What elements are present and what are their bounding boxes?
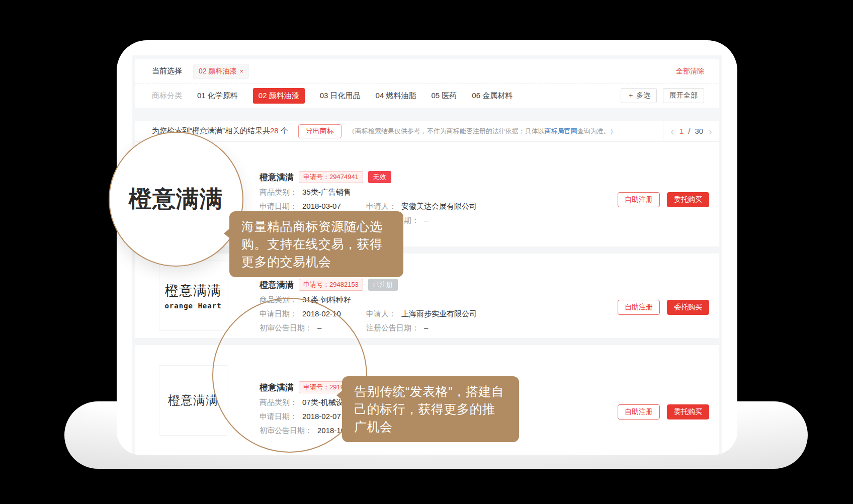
- reg-publication-label: 注册公告日期：: [366, 323, 419, 333]
- current-selection-row: 当前选择 02 颜料油漆 × 全部清除: [135, 59, 719, 83]
- category-item-04[interactable]: 04 燃料油脂: [376, 91, 416, 101]
- application-no-tag: 申请号：29474941: [299, 171, 363, 183]
- category-row-label: 商标分类: [152, 91, 182, 101]
- application-no-value: 29474941: [329, 173, 359, 181]
- category-value: 35类-广告销售: [302, 187, 351, 197]
- apply-date-label: 申请日期：: [260, 201, 297, 211]
- applicant-label: 申请人：: [366, 309, 396, 319]
- entrust-buy-button[interactable]: 委托购买: [667, 192, 709, 207]
- row-2-actions: 自助注册 委托购买: [618, 300, 709, 315]
- results-disclaimer: （商标检索结果仅供参考，不作为商标能否注册的法律依据；具体以商标局官网查询为准。…: [349, 127, 617, 136]
- application-no-tag: 申请号：29482153: [299, 279, 363, 291]
- expand-all-button[interactable]: 展开全部: [663, 88, 704, 103]
- apply-date-value: 2018-03-07: [302, 201, 341, 211]
- results-count: 28: [270, 126, 279, 135]
- category-label: 商品类别：: [260, 187, 297, 197]
- row-2-title-line: 橙意满满 申请号：29482153 已注册: [260, 279, 568, 291]
- self-register-button[interactable]: 自助注册: [618, 404, 660, 419]
- selected-filter-tag[interactable]: 02 颜料油漆 ×: [193, 64, 249, 79]
- entrust-buy-button[interactable]: 委托购买: [667, 404, 709, 419]
- reg-publication-value: –: [424, 215, 428, 225]
- reg-publication-value: –: [424, 323, 428, 333]
- application-no-value: 29482153: [329, 281, 359, 288]
- row-1-actions: 自助注册 委托购买: [618, 192, 709, 207]
- trademark-office-link[interactable]: 商标局官网: [545, 127, 577, 135]
- thumbnail-subtext: orange Heart: [164, 302, 221, 310]
- field-line: 申请日期：2018-03-07 申请人：安徽美达会展有限公司: [260, 201, 568, 211]
- filter-panel: 当前选择 02 颜料油漆 × 全部清除 商标分类 01 化学原料 02 颜料油漆…: [135, 59, 719, 108]
- entrust-buy-button[interactable]: 委托购买: [667, 300, 709, 315]
- category-item-03[interactable]: 03 日化用品: [320, 91, 361, 101]
- applicant-value: 上海雨步实业有限公司: [401, 309, 477, 319]
- next-page-icon[interactable]: ›: [708, 126, 713, 136]
- magnifier-circle-1: 橙意满满: [109, 132, 243, 267]
- row-3-actions: 自助注册 委托购买: [618, 404, 709, 419]
- category-item-02-selected[interactable]: 02 颜料油漆: [253, 88, 305, 104]
- category-item-06[interactable]: 06 金属材料: [472, 91, 513, 101]
- self-register-button[interactable]: 自助注册: [618, 192, 660, 207]
- page-divider: /: [688, 127, 690, 135]
- status-badge: 无效: [368, 171, 391, 183]
- clear-all-button[interactable]: 全部清除: [676, 67, 704, 76]
- self-register-button[interactable]: 自助注册: [618, 300, 660, 315]
- remove-filter-icon[interactable]: ×: [239, 67, 243, 75]
- current-selection-label: 当前选择: [152, 66, 182, 76]
- screen: 当前选择 02 颜料油漆 × 全部清除 商标分类 01 化学原料 02 颜料油漆…: [0, 0, 853, 504]
- application-no-label: 申请号：: [303, 173, 329, 181]
- applicant-label: 申请人：: [366, 201, 396, 211]
- result-row-2: 橙意满满 orange Heart 橙意满满 申请号：29482153 已注册 …: [135, 254, 719, 338]
- category-row: 商标分类 01 化学原料 02 颜料油漆 03 日化用品 04 燃料油脂 05 …: [135, 83, 719, 108]
- prev-page-icon[interactable]: ‹: [669, 126, 675, 136]
- field-line: 商品类别：35类-广告销售: [260, 187, 568, 197]
- row-1-title-line: 橙意满满 申请号：29474941 无效: [260, 171, 568, 183]
- category-item-01[interactable]: 01 化学原料: [197, 91, 238, 101]
- disclaimer-text-post: 查询为准。）: [577, 127, 617, 135]
- category-item-05[interactable]: 05 医药: [431, 91, 457, 101]
- selected-filter-tag-text: 02 颜料油漆: [199, 67, 236, 76]
- trademark-thumbnail-2: 橙意满满 orange Heart: [159, 261, 227, 331]
- callout-tooltip-promotion: 告别传统“发表格”，搭建自己的标行，获得更多的推广机会: [342, 376, 519, 442]
- callout-tooltip-marketplace: 海量精品商标资源随心选购。支持在线交易，获得更多的交易机会: [229, 211, 403, 277]
- thumbnail-text: 橙意满满: [165, 282, 221, 300]
- application-no-label: 申请号：: [303, 281, 329, 288]
- thumbnail-text: 橙意满满: [168, 392, 218, 408]
- filter-buttons: ＋ 多选 展开全部: [621, 88, 704, 103]
- magnified-trademark-text: 橙意满满: [129, 184, 223, 215]
- trademark-name[interactable]: 橙意满满: [260, 279, 294, 291]
- total-pages: 30: [695, 127, 703, 135]
- category-list: 01 化学原料 02 颜料油漆 03 日化用品 04 燃料油脂 05 医药 06…: [197, 88, 513, 104]
- results-header: 为您检索到“橙意满满”相关的结果共28 个 导出商标 （商标检索结果仅供参考，不…: [135, 121, 719, 142]
- status-badge: 已注册: [368, 279, 398, 291]
- export-trademarks-button[interactable]: 导出商标: [298, 124, 342, 138]
- applicant-value: 安徽美达会展有限公司: [401, 201, 477, 211]
- current-page: 1: [679, 127, 684, 135]
- trademark-name[interactable]: 橙意满满: [260, 172, 294, 183]
- multi-select-button[interactable]: ＋ 多选: [621, 88, 657, 103]
- results-count-suffix: 个: [279, 126, 288, 135]
- disclaimer-text-pre: （商标检索结果仅供参考，不作为商标能否注册的法律依据；具体以: [349, 127, 545, 135]
- pagination: ‹ 1 / 30 ›: [663, 121, 719, 142]
